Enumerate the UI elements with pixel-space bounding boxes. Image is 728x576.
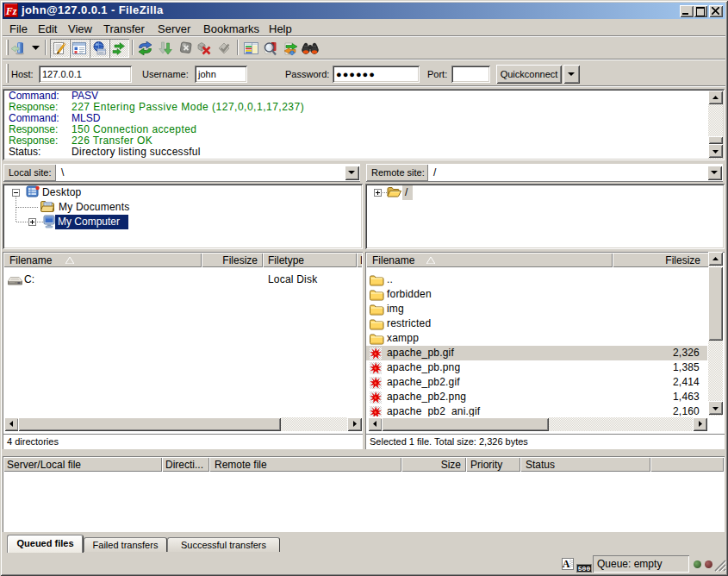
svg-text:A: A [563, 558, 570, 570]
svg-text:500: 500 [578, 565, 591, 573]
